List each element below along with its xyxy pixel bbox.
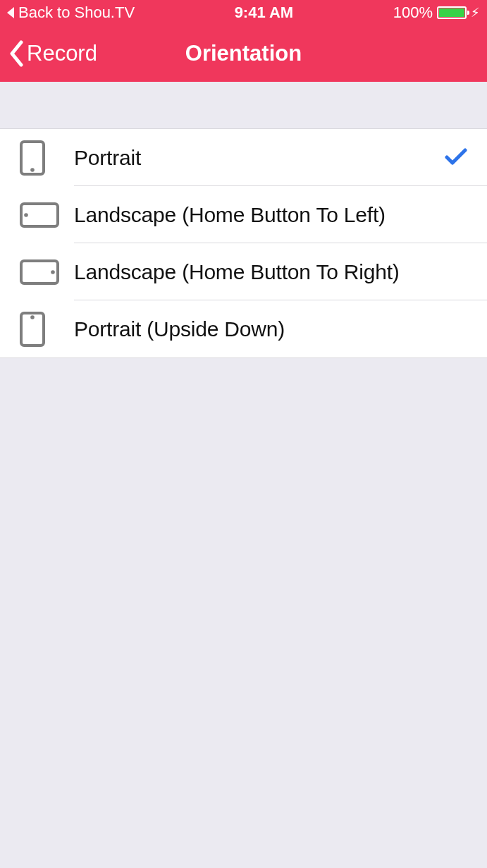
back-caret-icon: [7, 7, 14, 18]
status-time: 9:41 AM: [235, 4, 294, 22]
status-bar-back[interactable]: Back to Shou.TV: [7, 4, 135, 22]
option-label: Portrait (Upside Down): [74, 317, 467, 341]
charging-icon: ⚡︎: [471, 6, 480, 19]
option-label: Landscape (Home Button To Left): [74, 203, 467, 227]
option-landscape-right[interactable]: Landscape (Home Button To Right): [0, 243, 487, 300]
status-back-label: Back to Shou.TV: [18, 4, 135, 22]
svg-point-7: [30, 315, 35, 319]
svg-point-3: [24, 213, 28, 217]
top-spacer: [0, 82, 487, 128]
nav-bar: Record Orientation: [0, 25, 487, 82]
back-button[interactable]: Record: [8, 40, 97, 67]
option-label: Portrait: [74, 146, 445, 170]
battery-percent: 100%: [393, 4, 433, 22]
status-right: 100% ⚡︎: [393, 4, 480, 22]
svg-point-1: [30, 168, 35, 172]
device-portrait-upside-icon: [20, 312, 74, 347]
option-portrait-upside[interactable]: Portrait (Upside Down): [0, 300, 487, 357]
option-landscape-left[interactable]: Landscape (Home Button To Left): [0, 186, 487, 243]
device-landscape-left-icon: [20, 202, 74, 228]
option-portrait[interactable]: Portrait: [0, 129, 487, 186]
device-landscape-right-icon: [20, 259, 74, 285]
svg-point-5: [51, 270, 55, 274]
device-portrait-icon: [20, 140, 74, 176]
battery-icon: [437, 6, 467, 19]
back-label: Record: [27, 41, 97, 66]
option-label: Landscape (Home Button To Right): [74, 260, 467, 284]
chevron-left-icon: [8, 40, 24, 67]
checkmark-icon: [445, 147, 467, 169]
status-bar: Back to Shou.TV 9:41 AM 100% ⚡︎: [0, 0, 487, 25]
orientation-list: Portrait Landscape (Home Button To Left): [0, 128, 487, 358]
